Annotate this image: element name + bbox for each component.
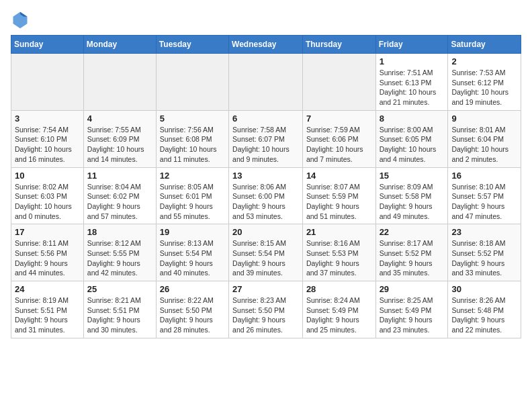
calendar-cell: 28Sunrise: 8:24 AMSunset: 5:49 PMDayligh… <box>302 281 375 338</box>
day-info: Sunrise: 8:21 AMSunset: 5:51 PMDaylight:… <box>87 295 152 335</box>
day-number: 4 <box>87 113 152 124</box>
day-info: Sunrise: 8:23 AMSunset: 5:50 PMDaylight:… <box>232 295 299 335</box>
calendar-cell: 19Sunrise: 8:13 AMSunset: 5:54 PMDayligh… <box>156 224 228 281</box>
calendar-cell: 29Sunrise: 8:25 AMSunset: 5:49 PMDayligh… <box>375 281 448 338</box>
day-info: Sunrise: 7:56 AMSunset: 6:08 PMDaylight:… <box>160 125 225 165</box>
calendar-header-friday: Friday <box>375 36 448 54</box>
calendar-cell: 5Sunrise: 7:56 AMSunset: 6:08 PMDaylight… <box>156 110 228 167</box>
day-number: 23 <box>451 227 517 237</box>
day-number: 17 <box>15 227 80 237</box>
calendar-cell: 3Sunrise: 7:54 AMSunset: 6:10 PMDaylight… <box>11 110 84 167</box>
day-number: 29 <box>380 284 445 294</box>
day-info: Sunrise: 8:01 AMSunset: 6:04 PMDaylight:… <box>451 125 517 165</box>
day-number: 5 <box>160 113 225 124</box>
day-info: Sunrise: 8:04 AMSunset: 6:02 PMDaylight:… <box>87 182 152 222</box>
day-number: 14 <box>306 171 372 181</box>
calendar-body: 1Sunrise: 7:51 AMSunset: 6:13 PMDaylight… <box>11 54 521 338</box>
day-info: Sunrise: 7:54 AMSunset: 6:10 PMDaylight:… <box>15 125 80 165</box>
day-info: Sunrise: 8:00 AMSunset: 6:05 PMDaylight:… <box>380 125 445 165</box>
header <box>11 11 521 30</box>
day-number: 7 <box>306 113 372 124</box>
calendar-week-4: 17Sunrise: 8:11 AMSunset: 5:56 PMDayligh… <box>11 224 521 281</box>
calendar-header-tuesday: Tuesday <box>156 36 228 54</box>
day-number: 2 <box>451 56 517 66</box>
logo-icon <box>11 11 30 30</box>
day-number: 22 <box>380 227 445 237</box>
day-number: 12 <box>160 171 225 181</box>
day-info: Sunrise: 8:10 AMSunset: 5:57 PMDaylight:… <box>451 182 517 222</box>
calendar-cell: 22Sunrise: 8:17 AMSunset: 5:52 PMDayligh… <box>375 224 448 281</box>
calendar-cell: 12Sunrise: 8:05 AMSunset: 6:01 PMDayligh… <box>156 167 228 224</box>
calendar-week-2: 3Sunrise: 7:54 AMSunset: 6:10 PMDaylight… <box>11 110 521 167</box>
day-number: 21 <box>306 227 372 237</box>
day-info: Sunrise: 8:13 AMSunset: 5:54 PMDaylight:… <box>160 238 225 278</box>
calendar-cell: 21Sunrise: 8:16 AMSunset: 5:53 PMDayligh… <box>302 224 375 281</box>
calendar-cell: 11Sunrise: 8:04 AMSunset: 6:02 PMDayligh… <box>83 167 156 224</box>
day-info: Sunrise: 8:22 AMSunset: 5:50 PMDaylight:… <box>160 295 225 335</box>
day-info: Sunrise: 8:06 AMSunset: 6:00 PMDaylight:… <box>232 182 299 222</box>
calendar-cell: 24Sunrise: 8:19 AMSunset: 5:51 PMDayligh… <box>11 281 84 338</box>
day-number: 10 <box>15 171 80 181</box>
day-info: Sunrise: 8:19 AMSunset: 5:51 PMDaylight:… <box>15 295 80 335</box>
day-info: Sunrise: 8:17 AMSunset: 5:52 PMDaylight:… <box>380 238 445 278</box>
day-number: 11 <box>87 171 152 181</box>
calendar-header-saturday: Saturday <box>448 36 521 54</box>
calendar-cell: 2Sunrise: 7:53 AMSunset: 6:12 PMDaylight… <box>448 54 521 111</box>
day-info: Sunrise: 7:51 AMSunset: 6:13 PMDaylight:… <box>380 68 445 107</box>
calendar-cell: 10Sunrise: 8:02 AMSunset: 6:03 PMDayligh… <box>11 167 84 224</box>
svg-marker-0 <box>13 12 28 29</box>
day-number: 15 <box>380 171 445 181</box>
calendar-cell <box>302 54 375 111</box>
calendar-cell: 26Sunrise: 8:22 AMSunset: 5:50 PMDayligh… <box>156 281 228 338</box>
day-info: Sunrise: 8:15 AMSunset: 5:54 PMDaylight:… <box>232 238 299 278</box>
day-info: Sunrise: 8:02 AMSunset: 6:03 PMDaylight:… <box>15 182 80 222</box>
day-info: Sunrise: 8:26 AMSunset: 5:48 PMDaylight:… <box>451 295 517 335</box>
calendar-week-3: 10Sunrise: 8:02 AMSunset: 6:03 PMDayligh… <box>11 167 521 224</box>
calendar-cell: 16Sunrise: 8:10 AMSunset: 5:57 PMDayligh… <box>448 167 521 224</box>
day-info: Sunrise: 7:58 AMSunset: 6:07 PMDaylight:… <box>232 125 299 165</box>
day-number: 16 <box>451 171 517 181</box>
calendar-cell: 15Sunrise: 8:09 AMSunset: 5:58 PMDayligh… <box>375 167 448 224</box>
day-number: 19 <box>160 227 225 237</box>
calendar-header-monday: Monday <box>83 36 156 54</box>
day-info: Sunrise: 8:11 AMSunset: 5:56 PMDaylight:… <box>15 238 80 278</box>
calendar-cell: 9Sunrise: 8:01 AMSunset: 6:04 PMDaylight… <box>448 110 521 167</box>
calendar-cell <box>156 54 228 111</box>
calendar-cell: 13Sunrise: 8:06 AMSunset: 6:00 PMDayligh… <box>229 167 303 224</box>
day-info: Sunrise: 8:12 AMSunset: 5:55 PMDaylight:… <box>87 238 152 278</box>
day-info: Sunrise: 7:55 AMSunset: 6:09 PMDaylight:… <box>87 125 152 165</box>
day-info: Sunrise: 8:16 AMSunset: 5:53 PMDaylight:… <box>306 238 372 278</box>
day-number: 9 <box>451 113 517 124</box>
day-info: Sunrise: 8:18 AMSunset: 5:52 PMDaylight:… <box>451 238 517 278</box>
calendar-cell <box>11 54 84 111</box>
calendar-cell: 14Sunrise: 8:07 AMSunset: 5:59 PMDayligh… <box>302 167 375 224</box>
calendar-cell: 4Sunrise: 7:55 AMSunset: 6:09 PMDaylight… <box>83 110 156 167</box>
day-number: 13 <box>232 171 299 181</box>
calendar-cell: 6Sunrise: 7:58 AMSunset: 6:07 PMDaylight… <box>229 110 303 167</box>
calendar-header-thursday: Thursday <box>302 36 375 54</box>
calendar-cell: 30Sunrise: 8:26 AMSunset: 5:48 PMDayligh… <box>448 281 521 338</box>
calendar-header-row: SundayMondayTuesdayWednesdayThursdayFrid… <box>11 36 521 54</box>
calendar-cell: 1Sunrise: 7:51 AMSunset: 6:13 PMDaylight… <box>375 54 448 111</box>
day-number: 20 <box>232 227 299 237</box>
day-info: Sunrise: 8:25 AMSunset: 5:49 PMDaylight:… <box>380 295 445 335</box>
calendar-cell: 20Sunrise: 8:15 AMSunset: 5:54 PMDayligh… <box>229 224 303 281</box>
calendar-week-1: 1Sunrise: 7:51 AMSunset: 6:13 PMDaylight… <box>11 54 521 111</box>
day-number: 26 <box>160 284 225 294</box>
day-info: Sunrise: 7:59 AMSunset: 6:06 PMDaylight:… <box>306 125 372 165</box>
calendar-week-5: 24Sunrise: 8:19 AMSunset: 5:51 PMDayligh… <box>11 281 521 338</box>
logo <box>11 11 32 30</box>
day-number: 8 <box>380 113 445 124</box>
calendar-cell <box>83 54 156 111</box>
calendar-cell: 7Sunrise: 7:59 AMSunset: 6:06 PMDaylight… <box>302 110 375 167</box>
calendar-cell: 17Sunrise: 8:11 AMSunset: 5:56 PMDayligh… <box>11 224 84 281</box>
calendar-cell: 18Sunrise: 8:12 AMSunset: 5:55 PMDayligh… <box>83 224 156 281</box>
day-number: 30 <box>451 284 517 294</box>
day-number: 18 <box>87 227 152 237</box>
day-number: 25 <box>87 284 152 294</box>
calendar-cell: 27Sunrise: 8:23 AMSunset: 5:50 PMDayligh… <box>229 281 303 338</box>
day-number: 24 <box>15 284 80 294</box>
calendar-header-sunday: Sunday <box>11 36 84 54</box>
day-number: 6 <box>232 113 299 124</box>
day-number: 28 <box>306 284 372 294</box>
